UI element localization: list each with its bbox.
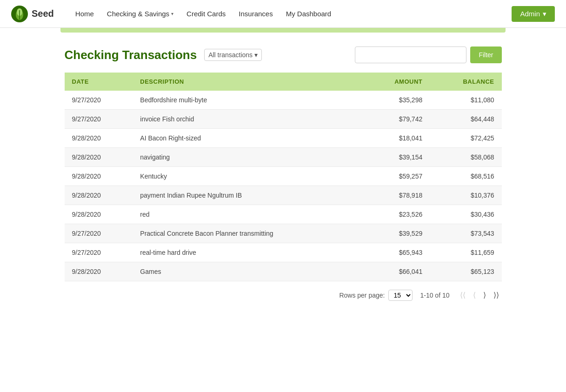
nav-item-checking-savings[interactable]: Checking & Savings ▾ xyxy=(100,0,180,28)
cell-amount: $59,257 xyxy=(363,167,430,186)
filter-dropdown-label: All transactions xyxy=(208,51,253,59)
cell-description: Kentucky xyxy=(133,167,363,186)
cell-balance: $30,436 xyxy=(430,205,501,224)
filter-dropdown-chevron-icon: ▾ xyxy=(254,51,258,59)
table-header: DATE DESCRIPTION AMOUNT BALANCE xyxy=(65,73,502,91)
cell-balance: $65,123 xyxy=(430,262,501,281)
cell-description: navigating xyxy=(133,148,363,167)
rows-per-page: Rows per page: 10152550 xyxy=(339,290,413,301)
pagination-info: 1-10 of 10 xyxy=(420,292,449,299)
table-row: 9/28/2020 navigating $39,154 $58,068 xyxy=(65,148,502,167)
filter-button[interactable]: Filter xyxy=(470,47,501,63)
table-header-row: DATE DESCRIPTION AMOUNT BALANCE xyxy=(65,73,502,91)
cell-date: 9/28/2020 xyxy=(65,262,133,281)
cell-date: 9/28/2020 xyxy=(65,148,133,167)
prev-page-button[interactable]: ⟨ xyxy=(470,289,479,301)
cell-amount: $39,529 xyxy=(363,224,430,243)
cell-amount: $23,526 xyxy=(363,205,430,224)
cell-description: Bedfordshire multi-byte xyxy=(133,91,363,110)
cell-description: red xyxy=(133,205,363,224)
cell-balance: $58,068 xyxy=(430,148,501,167)
cell-description: AI Bacon Right-sized xyxy=(133,129,363,148)
cell-balance: $68,516 xyxy=(430,167,501,186)
col-header-balance: BALANCE xyxy=(430,73,501,91)
navbar: Seed Home Checking & Savings ▾ Credit Ca… xyxy=(0,0,566,28)
cell-amount: $78,918 xyxy=(363,186,430,205)
cell-amount: $35,298 xyxy=(363,91,430,110)
cell-date: 9/27/2020 xyxy=(65,91,133,110)
table-row: 9/28/2020 AI Bacon Right-sized $18,041 $… xyxy=(65,129,502,148)
nav-checking-savings-label: Checking & Savings xyxy=(107,10,169,18)
page-title: Checking Transactions xyxy=(65,48,197,62)
search-area: Filter xyxy=(355,47,501,63)
brand-name: Seed xyxy=(32,8,54,19)
cell-description: payment Indian Rupee Ngultrum IB xyxy=(133,186,363,205)
cell-description: Games xyxy=(133,262,363,281)
col-header-date: DATE xyxy=(65,73,133,91)
search-input[interactable] xyxy=(355,47,466,63)
table-row: 9/27/2020 invoice Fish orchid $79,742 $6… xyxy=(65,110,502,129)
cell-date: 9/27/2020 xyxy=(65,224,133,243)
transactions-table: DATE DESCRIPTION AMOUNT BALANCE 9/27/202… xyxy=(65,73,502,281)
cell-amount: $39,154 xyxy=(363,148,430,167)
cell-date: 9/27/2020 xyxy=(65,243,133,262)
cell-date: 9/28/2020 xyxy=(65,129,133,148)
cell-amount: $18,041 xyxy=(363,129,430,148)
cell-amount: $79,742 xyxy=(363,110,430,129)
cell-date: 9/27/2020 xyxy=(65,110,133,129)
admin-chevron-icon: ▾ xyxy=(543,10,546,18)
nav-item-insurances[interactable]: Insurances xyxy=(232,0,279,28)
table-row: 9/27/2020 Bedfordshire multi-byte $35,29… xyxy=(65,91,502,110)
table-row: 9/27/2020 Practical Concrete Bacon Plann… xyxy=(65,224,502,243)
cell-date: 9/28/2020 xyxy=(65,205,133,224)
pagination-controls: ⟨⟨ ⟨ ⟩ ⟩⟩ xyxy=(457,289,502,301)
cell-balance: $10,376 xyxy=(430,186,501,205)
pagination-bar: Rows per page: 10152550 1-10 of 10 ⟨⟨ ⟨ … xyxy=(65,289,502,301)
cell-balance: $64,448 xyxy=(430,110,501,129)
brand-logo xyxy=(11,6,28,22)
cell-balance: $11,659 xyxy=(430,243,501,262)
table-row: 9/28/2020 Kentucky $59,257 $68,516 xyxy=(65,167,502,186)
cell-balance: $72,425 xyxy=(430,129,501,148)
table-row: 9/28/2020 Games $66,041 $65,123 xyxy=(65,262,502,281)
cell-amount: $66,041 xyxy=(363,262,430,281)
next-page-button[interactable]: ⟩ xyxy=(480,289,489,301)
table-row: 9/27/2020 real-time hard drive $65,943 $… xyxy=(65,243,502,262)
nav-item-my-dashboard[interactable]: My Dashboard xyxy=(280,0,338,28)
rows-per-page-select[interactable]: 10152550 xyxy=(388,290,413,301)
green-accent-bar xyxy=(60,28,506,33)
main-nav: Home Checking & Savings ▾ Credit Cards I… xyxy=(69,0,512,28)
cell-description: invoice Fish orchid xyxy=(133,110,363,129)
cell-description: Practical Concrete Bacon Planner transmi… xyxy=(133,224,363,243)
cell-amount: $65,943 xyxy=(363,243,430,262)
cell-date: 9/28/2020 xyxy=(65,167,133,186)
admin-button[interactable]: Admin ▾ xyxy=(512,6,555,22)
cell-description: real-time hard drive xyxy=(133,243,363,262)
col-header-amount: AMOUNT xyxy=(363,73,430,91)
page-header: Checking Transactions All transactions ▾… xyxy=(65,47,502,63)
col-header-description: DESCRIPTION xyxy=(133,73,363,91)
nav-item-credit-cards[interactable]: Credit Cards xyxy=(180,0,232,28)
cell-balance: $73,543 xyxy=(430,224,501,243)
cell-balance: $11,080 xyxy=(430,91,501,110)
brand[interactable]: Seed xyxy=(11,6,54,22)
transactions-filter-dropdown[interactable]: All transactions ▾ xyxy=(204,49,262,61)
last-page-button[interactable]: ⟩⟩ xyxy=(491,289,502,301)
admin-area: Admin ▾ xyxy=(512,6,555,22)
cell-date: 9/28/2020 xyxy=(65,186,133,205)
table-row: 9/28/2020 payment Indian Rupee Ngultrum … xyxy=(65,186,502,205)
table-body: 9/27/2020 Bedfordshire multi-byte $35,29… xyxy=(65,91,502,281)
rows-per-page-label: Rows per page: xyxy=(339,292,385,299)
main-content: Checking Transactions All transactions ▾… xyxy=(55,33,511,320)
table-row: 9/28/2020 red $23,526 $30,436 xyxy=(65,205,502,224)
chevron-down-icon: ▾ xyxy=(171,11,173,16)
first-page-button[interactable]: ⟨⟨ xyxy=(457,289,468,301)
admin-label: Admin xyxy=(520,10,540,18)
nav-item-home[interactable]: Home xyxy=(69,0,100,28)
